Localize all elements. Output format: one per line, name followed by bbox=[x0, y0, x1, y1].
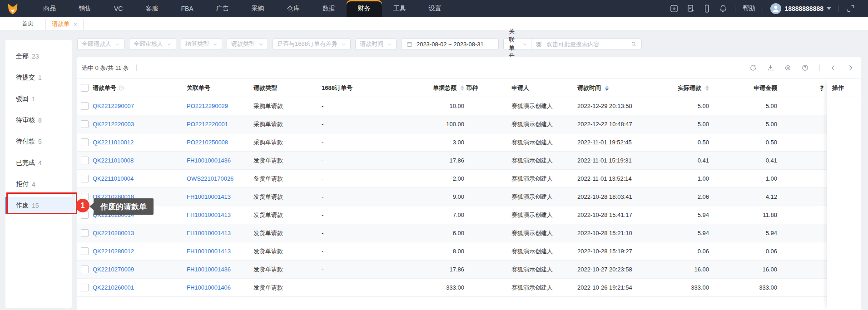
related-order-no-link[interactable]: OWS2210170026 bbox=[187, 175, 233, 182]
related-order-no-link[interactable]: FH10010001436 bbox=[187, 266, 231, 273]
row-checkbox[interactable] bbox=[81, 138, 89, 146]
related-order-no-link[interactable]: FH10010001413 bbox=[187, 248, 231, 255]
nav-menu-item[interactable]: 工具 bbox=[382, 0, 417, 17]
related-order-no-link[interactable]: PO2210250008 bbox=[187, 139, 228, 146]
col-actual-amount-sort[interactable]: 实际请款 bbox=[678, 84, 709, 92]
tab-home[interactable]: 首页 bbox=[22, 20, 34, 28]
related-order-no-link[interactable]: PO2212290029 bbox=[187, 103, 228, 109]
sidebar-status-item[interactable]: 已完成 4 bbox=[5, 152, 72, 173]
row-checkbox[interactable] bbox=[81, 247, 89, 255]
nav-menu-item[interactable]: 销售 bbox=[67, 0, 103, 17]
settings-icon[interactable] bbox=[784, 64, 792, 72]
payment-request-no-link[interactable]: QK2210260001 bbox=[93, 284, 134, 291]
date-range-picker[interactable]: 2023-08-02 ~ 2023-08-31 bbox=[401, 38, 499, 50]
payment-request-no-link[interactable]: QK2210280013 bbox=[93, 230, 134, 236]
sidebar-status-item[interactable]: 待提交 1 bbox=[5, 67, 72, 88]
fullscreen-icon[interactable] bbox=[846, 4, 855, 13]
row-checkbox[interactable] bbox=[81, 157, 89, 164]
applicant: 赛狐演示创建人 bbox=[510, 247, 577, 256]
table-row[interactable]: QK2210280013 FH10010001413 发货单请款 - 6.00 … bbox=[77, 224, 861, 242]
table-row[interactable]: QK2211010008 FH10010001436 发货单请款 - 17.86… bbox=[77, 152, 861, 170]
order-no-type-select[interactable]: 关联单号 bbox=[504, 39, 531, 49]
filter-select[interactable]: 是否与1688订单有差异 bbox=[273, 38, 351, 50]
payment-request-no-link[interactable]: QK2211010004 bbox=[93, 175, 134, 182]
brand-fox-logo[interactable] bbox=[0, 0, 25, 17]
row-checkbox[interactable] bbox=[81, 266, 89, 273]
payment-request-no-link[interactable]: QK2211010012 bbox=[93, 139, 134, 146]
row-checkbox[interactable] bbox=[81, 120, 89, 128]
sidebar-status-item[interactable]: 作废 15 bbox=[5, 195, 72, 216]
applicant: 赛狐演示创建人 bbox=[510, 284, 577, 292]
table-row[interactable]: QK2210260001 FH10010001406 发货单请款 - 333.0… bbox=[77, 279, 861, 297]
sidebar-status-item[interactable]: 待付款 5 bbox=[5, 131, 72, 152]
download-box-icon[interactable] bbox=[670, 4, 679, 13]
related-order-no-link[interactable]: FH10010001413 bbox=[187, 230, 231, 236]
table-row[interactable]: QK2210270009 FH10010001436 发货单请款 - 17.86… bbox=[77, 261, 861, 279]
related-order-no-link[interactable]: FH10010001436 bbox=[187, 157, 231, 164]
sidebar-status-item[interactable]: 待审核 8 bbox=[5, 109, 72, 131]
magnifier-icon[interactable] bbox=[630, 41, 637, 48]
sidebar-status-item[interactable]: 拒付 4 bbox=[5, 173, 72, 195]
help-link[interactable]: 帮助 bbox=[743, 5, 755, 13]
applicant: 赛狐演示创建人 bbox=[510, 175, 577, 183]
bell-icon[interactable] bbox=[719, 4, 728, 13]
col-request-time-sort[interactable]: 请款时间 bbox=[577, 84, 609, 92]
page-prev-icon[interactable] bbox=[829, 64, 837, 72]
filter-select[interactable]: 结算类型 bbox=[181, 38, 222, 50]
payment-request-no-link[interactable]: QK2212290007 bbox=[93, 103, 134, 109]
filter-select[interactable]: 全部请款人 bbox=[77, 38, 124, 50]
table-row[interactable]: QK2212220003 PO2212220001 采购单请款 - 100.00… bbox=[77, 115, 861, 133]
table-row[interactable]: QK2211010012 PO2210250008 采购单请款 - 3.00 赛… bbox=[77, 133, 861, 152]
payment-request-no-link[interactable]: QK2210280012 bbox=[93, 248, 134, 255]
request-time: 2022-11-01 15:19:31 bbox=[577, 157, 652, 164]
table-row[interactable]: QK2212290007 PO2212290029 采购单请款 - 10.00 … bbox=[77, 97, 861, 115]
nav-menu-item[interactable]: 广告 bbox=[205, 0, 240, 17]
row-checkbox[interactable] bbox=[81, 102, 89, 110]
row-checkbox[interactable] bbox=[81, 284, 89, 291]
payment-request-no-link[interactable]: QK2211010008 bbox=[93, 157, 134, 164]
applied-amount: 0.50 bbox=[709, 139, 777, 146]
nav-menu-item[interactable]: 设置 bbox=[417, 0, 453, 17]
payment-request-no-link[interactable]: QK2210270009 bbox=[93, 266, 134, 273]
close-icon[interactable]: × bbox=[74, 21, 77, 27]
nav-menu-item[interactable]: 客服 bbox=[134, 0, 169, 17]
status-label: 待付款 bbox=[16, 138, 35, 146]
related-order-no-link[interactable]: FH10010001413 bbox=[187, 212, 231, 218]
table-row[interactable]: QK2211010004 OWS2210170026 备货单请款 - 2.00 … bbox=[77, 170, 861, 188]
related-order-no-link[interactable]: FH10010001413 bbox=[187, 193, 231, 200]
filter-select[interactable]: 请款类型 bbox=[227, 38, 268, 50]
payment-request-no-link[interactable]: QK2212220003 bbox=[93, 121, 134, 128]
sidebar-status-item[interactable]: 全部 23 bbox=[5, 45, 72, 67]
doc-feedback-icon[interactable] bbox=[686, 4, 695, 13]
related-order-no-link[interactable]: PO2212220001 bbox=[187, 121, 228, 128]
search-input[interactable] bbox=[546, 40, 627, 48]
nav-menu-item[interactable]: 财务 bbox=[347, 0, 382, 17]
nav-menu-item[interactable]: 数据 bbox=[311, 0, 347, 17]
chevron-down-icon bbox=[387, 42, 392, 47]
refresh-icon[interactable] bbox=[749, 64, 757, 72]
filter-select[interactable]: 请款时间 bbox=[355, 38, 397, 50]
col-doc-total-sort[interactable]: 单据总额 bbox=[433, 84, 464, 92]
question-circle-icon[interactable] bbox=[118, 85, 124, 91]
download-icon[interactable] bbox=[767, 64, 774, 72]
related-order-no-link[interactable]: FH10010001406 bbox=[187, 284, 231, 291]
help-circle-icon[interactable] bbox=[801, 64, 809, 72]
nav-menu-item[interactable]: 采购 bbox=[240, 0, 276, 17]
user-menu[interactable]: 18888888888 bbox=[770, 3, 831, 14]
sidebar-status-item[interactable]: 驳回 1 bbox=[5, 88, 72, 109]
nav-menu-item[interactable]: VC bbox=[103, 0, 134, 17]
mobile-icon[interactable] bbox=[702, 4, 711, 13]
nav-menu-item[interactable]: 商品 bbox=[32, 0, 67, 17]
chevron-down-icon bbox=[522, 42, 527, 47]
page-next-icon[interactable] bbox=[847, 64, 854, 72]
nav-menu-item[interactable]: FBA bbox=[169, 0, 204, 17]
row-checkbox[interactable] bbox=[81, 175, 89, 182]
nav-menu-item[interactable]: 仓库 bbox=[276, 0, 311, 17]
table-row[interactable]: QK2210280018 FH10010001413 发货单请款 - 9.00 … bbox=[77, 188, 861, 206]
filter-select[interactable]: 全部审核人 bbox=[129, 38, 176, 50]
select-all-checkbox[interactable] bbox=[81, 84, 89, 92]
table-row[interactable]: QK2210280014 FH10010001413 发货单请款 - 7.00 … bbox=[77, 206, 861, 224]
row-checkbox[interactable] bbox=[81, 229, 89, 237]
tab-payment-request[interactable]: 请款单 × bbox=[45, 18, 84, 30]
table-row[interactable]: QK2210280012 FH10010001413 发货单请款 - 8.00 … bbox=[77, 242, 861, 261]
